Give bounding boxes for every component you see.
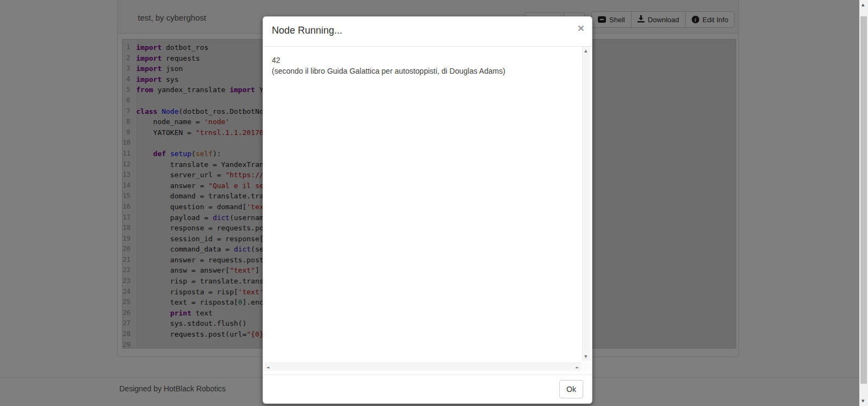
scroll-down-icon[interactable]: ▼ — [584, 355, 587, 359]
scroll-left-icon[interactable]: ◄ — [266, 365, 269, 370]
node-running-modal: Node Running... × 42(secondo il libro Gu… — [263, 16, 592, 404]
output-vertical-scrollbar[interactable]: ▲ ▼ — [582, 47, 590, 361]
close-icon[interactable]: × — [578, 22, 584, 34]
scrollbar-corner — [581, 363, 590, 371]
modal-footer: Ok — [263, 375, 592, 403]
browser-scrollbar[interactable]: ▲ ▼ — [859, 0, 868, 406]
node-output-area[interactable]: 42(secondo il libro Guida Galattica per … — [264, 47, 581, 362]
modal-title: Node Running... — [272, 25, 342, 36]
scroll-up-icon[interactable]: ▲ — [584, 49, 587, 53]
scrollbar-thumb[interactable] — [860, 16, 867, 384]
modal-header: Node Running... × — [263, 17, 592, 47]
output-horizontal-scrollbar[interactable]: ◄ ► — [264, 363, 581, 371]
modal-output: 42(secondo il libro Guida Galattica per … — [264, 47, 581, 85]
scrollbar-up-icon[interactable]: ▲ — [861, 3, 864, 7]
scroll-right-icon[interactable]: ► — [576, 365, 579, 370]
ok-button[interactable]: Ok — [559, 380, 583, 398]
scrollbar-down-icon[interactable]: ▼ — [861, 399, 864, 403]
